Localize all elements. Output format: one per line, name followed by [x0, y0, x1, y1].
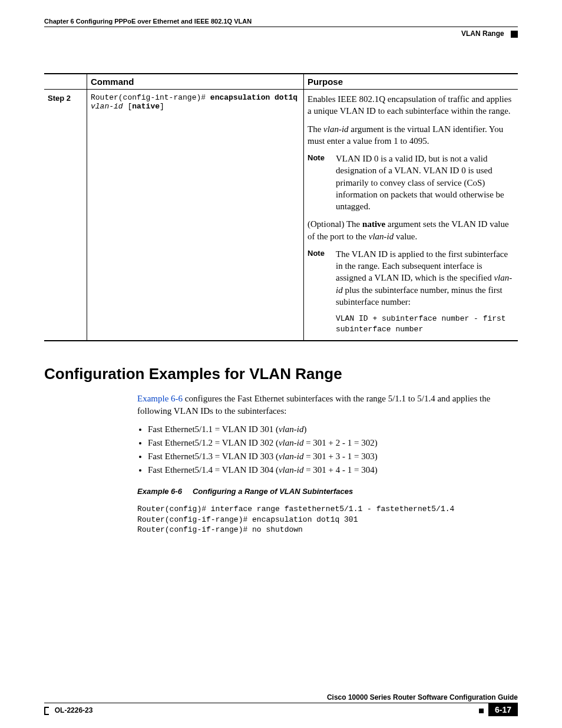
purpose-text: Enables IEEE 802.1Q encapsulation of tra… — [308, 93, 514, 117]
bullet-list: Fast Ethernet5/1.1 = VLAN ID 301 (vlan-i… — [137, 424, 518, 475]
footer-mark-icon — [479, 709, 484, 713]
list-item: Fast Ethernet5/1.1 = VLAN ID 301 (vlan-i… — [148, 424, 518, 434]
cmd-arg: vlan-id — [91, 102, 123, 111]
cmd-prompt: Router(config-int-range)# — [91, 93, 210, 102]
list-item: Fast Ethernet5/1.4 = VLAN ID 304 (vlan-i… — [148, 465, 518, 475]
example-link[interactable]: Example 6-6 — [137, 394, 183, 403]
table-row: Step 2 Router(config-int-range)# encapsu… — [44, 90, 518, 341]
cmd-keyword: native — [132, 102, 160, 111]
note-body: The VLAN ID is applied to the first subi… — [336, 248, 514, 308]
doc-id: OL-2226-23 — [55, 706, 93, 714]
note-label: Note — [308, 248, 336, 308]
cmd-keyword: encapsulation dot1q — [210, 93, 297, 102]
col-command-header: Command — [87, 74, 304, 90]
command-syntax: Router(config-int-range)# encapsulation … — [91, 93, 300, 111]
intro-paragraph: Example 6-6 configures the Fast Ethernet… — [137, 393, 518, 417]
example-caption: Example 6-6Configuring a Range of VLAN S… — [137, 487, 518, 496]
guide-title: Cisco 10000 Series Router Software Confi… — [44, 693, 518, 703]
note: Note The VLAN ID is applied to the first… — [308, 248, 514, 308]
step-label: Step 2 — [48, 94, 71, 103]
command-table: Command Purpose Step 2 Router(config-int… — [44, 73, 518, 341]
running-header: Chapter 6 Configuring PPPoE over Etherne… — [44, 18, 518, 27]
footer-mark-icon — [44, 707, 49, 715]
purpose-text: The vlan-id argument is the virtual LAN … — [308, 123, 514, 147]
purpose-text: (Optional) The native argument sets the … — [308, 218, 514, 242]
note-body: VLAN ID 0 is a valid ID, but is not a va… — [336, 153, 514, 212]
formula-code: VLAN ID + subinterface number - first su… — [336, 314, 514, 334]
note: Note VLAN ID 0 is a valid ID, but is not… — [308, 153, 514, 212]
example-code: Router(config)# interface range fastethe… — [137, 504, 518, 535]
page-number: 6-17 — [488, 703, 518, 716]
col-purpose-header: Purpose — [304, 74, 518, 90]
col-step-header — [44, 74, 87, 90]
note-label: Note — [308, 153, 336, 212]
list-item: Fast Ethernet5/1.3 = VLAN ID 303 (vlan-i… — [148, 452, 518, 462]
section-label: VLAN Range — [461, 29, 504, 38]
header-marker-icon — [511, 31, 518, 38]
page-footer: Cisco 10000 Series Router Software Confi… — [44, 693, 518, 715]
list-item: Fast Ethernet5/1.2 = VLAN ID 302 (vlan-i… — [148, 438, 518, 448]
section-heading: Configuration Examples for VLAN Range — [44, 365, 518, 383]
